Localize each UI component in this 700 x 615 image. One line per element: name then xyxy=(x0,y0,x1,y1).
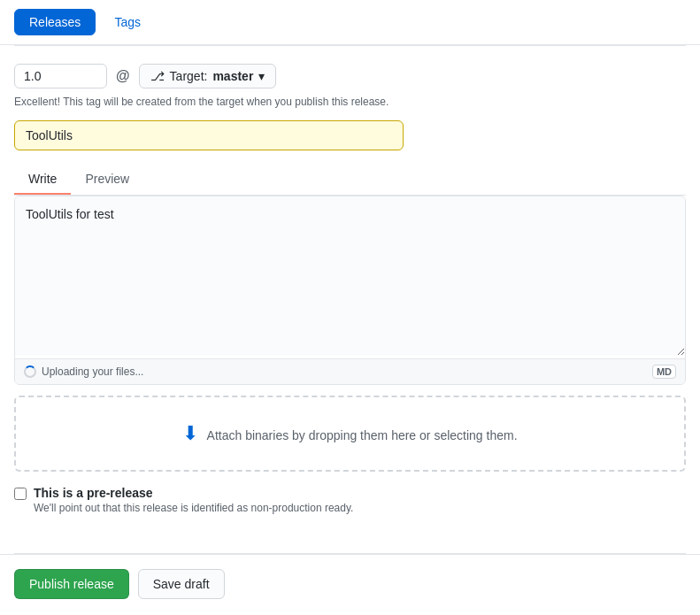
write-tab[interactable]: Write xyxy=(14,165,71,195)
description-container: ToolUtils for test Uploading your files.… xyxy=(14,196,686,385)
prerelease-row: This is a pre-release We'll point out th… xyxy=(14,486,686,514)
main-content: @ ⎇ Target: master ▾ Excellent! This tag… xyxy=(0,46,700,553)
save-draft-button[interactable]: Save draft xyxy=(138,569,225,599)
target-branch-button[interactable]: ⎇ Target: master ▾ xyxy=(139,64,277,88)
markdown-badge: MD xyxy=(652,365,676,379)
tag-hint-text: Excellent! This tag will be created from… xyxy=(14,96,686,108)
release-title-input[interactable] xyxy=(14,120,404,150)
attach-binaries-area[interactable]: ⬇ Attach binaries by dropping them here … xyxy=(14,396,686,472)
attach-arrow-icon: ⬇ xyxy=(182,422,198,444)
action-buttons: Publish release Save draft xyxy=(0,554,700,613)
publish-release-button[interactable]: Publish release xyxy=(14,569,129,599)
header-tabs: Releases Tags xyxy=(0,0,700,45)
prerelease-checkbox[interactable] xyxy=(14,488,27,500)
at-symbol: @ xyxy=(116,68,130,84)
prerelease-text: This is a pre-release We'll point out th… xyxy=(34,486,353,514)
tag-version-input[interactable] xyxy=(14,64,107,88)
tag-row: @ ⎇ Target: master ▾ xyxy=(14,64,686,88)
write-preview-tabs: Write Preview xyxy=(14,165,686,196)
branch-name: master xyxy=(212,69,253,83)
tags-tab[interactable]: Tags xyxy=(99,9,156,35)
chevron-down-icon: ▾ xyxy=(258,69,265,83)
attach-label: Attach binaries by dropping them here or… xyxy=(207,428,518,442)
upload-spinner-icon xyxy=(24,365,36,378)
description-textarea[interactable]: ToolUtils for test xyxy=(15,196,685,356)
target-label: Target: xyxy=(170,69,208,83)
prerelease-description: We'll point out that this release is ide… xyxy=(34,502,353,514)
preview-tab[interactable]: Preview xyxy=(71,165,143,195)
prerelease-label: This is a pre-release xyxy=(34,486,353,500)
uploading-status: Uploading your files... xyxy=(24,365,143,378)
uploading-label: Uploading your files... xyxy=(42,365,143,378)
releases-tab[interactable]: Releases xyxy=(14,9,96,35)
textarea-footer: Uploading your files... MD xyxy=(15,358,685,384)
branch-icon: ⎇ xyxy=(150,69,165,83)
